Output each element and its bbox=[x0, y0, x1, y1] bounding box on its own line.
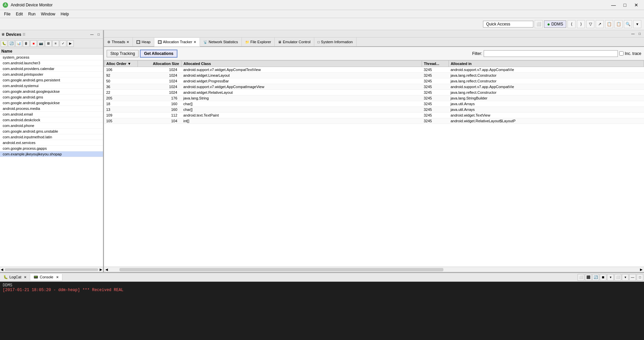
device-item[interactable]: android.ext.services bbox=[0, 140, 103, 146]
toolbar-icon-4[interactable]: ↗ bbox=[596, 20, 604, 28]
cell-allocated-in: android.support.v7.app.AppCompatVie bbox=[448, 84, 644, 90]
tab-file[interactable]: 📁File Explorer bbox=[242, 38, 275, 46]
bottom-tab-close-console[interactable]: ✕ bbox=[56, 275, 59, 279]
menu-window[interactable]: Window bbox=[38, 11, 58, 17]
device-item[interactable]: com.google.android.gms.unstable bbox=[0, 129, 103, 134]
maximize-button[interactable]: □ bbox=[620, 2, 630, 8]
tab-allocation[interactable]: 🔲Allocation Tracker✕ bbox=[154, 38, 200, 47]
bottom-tool-5[interactable]: ▾ bbox=[607, 274, 614, 281]
bottom-tool-4[interactable]: ⏹ bbox=[600, 274, 606, 281]
tab-sysinfo[interactable]: □System Information bbox=[314, 38, 357, 46]
bottom-tab-logcat[interactable]: 🐛LogCat✕ bbox=[0, 274, 30, 280]
table-horizontal-scroll[interactable]: ◀ ▶ bbox=[104, 267, 644, 272]
bottom-tool-3[interactable]: 🔄 bbox=[592, 274, 599, 281]
device-item[interactable]: com.android.launcher3 bbox=[0, 60, 103, 66]
device-item[interactable]: com.android.deskclock bbox=[0, 117, 103, 123]
title-bar-left: A Android Device Monitor bbox=[3, 2, 53, 8]
devices-maximize-btn[interactable]: □ bbox=[96, 31, 102, 38]
device-item[interactable]: com.google.android.gms.persistent bbox=[0, 77, 103, 83]
dev-tool-gc[interactable]: 🗑 bbox=[23, 40, 30, 47]
tab-close-threads[interactable]: ✕ bbox=[126, 40, 129, 44]
device-item[interactable]: com.google.android.googlequickse bbox=[0, 89, 103, 94]
get-allocations-button[interactable]: Get Allocations bbox=[140, 50, 177, 58]
table-row[interactable]: 18 160 char[] 3245 java.util.Arrays bbox=[104, 101, 644, 107]
table-row[interactable]: 205 176 java.lang.String 3245 java.lang.… bbox=[104, 95, 644, 101]
minimize-button[interactable]: — bbox=[608, 2, 619, 8]
dev-tool-stop[interactable]: ■ bbox=[30, 40, 37, 47]
device-item[interactable]: com.android.inputmethod.latin bbox=[0, 134, 103, 140]
col-header-alloc-size[interactable]: Allocation Size bbox=[138, 61, 181, 67]
bottom-tool-1[interactable]: ⬜ bbox=[578, 274, 584, 281]
col-header-allocated-in[interactable]: Allocated in bbox=[448, 61, 644, 67]
toolbar-icon-1[interactable]: ⟨ bbox=[568, 20, 576, 28]
table-row[interactable]: 109 112 android.text.TextPaint 3245 andr… bbox=[104, 113, 644, 118]
quick-access-box[interactable]: Quick Access bbox=[483, 21, 533, 27]
dev-tool-update-heap[interactable]: 📊 bbox=[15, 40, 22, 47]
col-header-thread[interactable]: Thread... bbox=[422, 61, 448, 67]
device-item[interactable]: com.android.phone bbox=[0, 123, 103, 129]
toolbar-icon-6[interactable]: 📋 bbox=[614, 20, 623, 28]
toolbar-icon-7[interactable]: 🔍 bbox=[624, 20, 632, 28]
dev-tool-more[interactable]: ▶ bbox=[67, 40, 74, 47]
tab-heap[interactable]: 🔲Heap bbox=[133, 38, 154, 46]
toolbar-new-window-icon[interactable]: ⬜ bbox=[535, 20, 543, 28]
device-item[interactable]: com.android.printspooler bbox=[0, 72, 103, 77]
device-item[interactable]: android.process.media bbox=[0, 106, 103, 112]
bottom-maximize-btn[interactable]: □ bbox=[637, 274, 643, 281]
close-button[interactable]: ✕ bbox=[631, 2, 641, 8]
dev-tool-screen[interactable]: 🖥 bbox=[45, 40, 52, 47]
col-header-allocated-class[interactable]: Allocated Class bbox=[181, 61, 422, 67]
toolbar-icon-2[interactable]: ⟩ bbox=[577, 20, 585, 28]
device-item[interactable]: com.android.providers.calendar bbox=[0, 66, 103, 72]
hscroll-right-icon[interactable]: ▶ bbox=[639, 268, 644, 271]
menu-file[interactable]: File bbox=[1, 11, 13, 17]
table-row[interactable]: 22 1024 android.widget.RelativeLayout 32… bbox=[104, 90, 644, 95]
device-item[interactable]: com.example.jikeyoujikeyou.shopap bbox=[0, 151, 103, 157]
hscroll-left-icon[interactable]: ◀ bbox=[104, 268, 109, 271]
table-row[interactable]: 92 1024 android.widget.LinearLayout 3245… bbox=[104, 73, 644, 78]
inc-trace-checkbox[interactable] bbox=[619, 51, 624, 56]
right-minimize-btn[interactable]: — bbox=[630, 31, 636, 37]
dev-tool-thread[interactable]: ≡ bbox=[52, 40, 59, 47]
tab-close-allocation[interactable]: ✕ bbox=[194, 40, 196, 44]
filter-input[interactable] bbox=[484, 50, 618, 57]
bottom-tool-6[interactable]: ⬜ bbox=[614, 274, 621, 281]
device-item[interactable]: com.google.android.gms bbox=[0, 94, 103, 100]
cell-alloc-order: 105 bbox=[104, 118, 138, 124]
device-item[interactable]: com.android.email bbox=[0, 112, 103, 117]
menu-edit[interactable]: Edit bbox=[13, 11, 25, 17]
menu-run[interactable]: Run bbox=[25, 11, 38, 17]
bottom-tab-close-logcat[interactable]: ✕ bbox=[24, 275, 26, 279]
toolbar-icon-8[interactable]: ▾ bbox=[633, 20, 641, 28]
device-item[interactable]: com.google.process.gapps bbox=[0, 146, 103, 151]
table-row[interactable]: 50 1024 android.widget.ProgressBar 3245 … bbox=[104, 78, 644, 84]
tab-threads[interactable]: ⚙Threads✕ bbox=[104, 38, 133, 46]
bottom-tab-console[interactable]: 📟Console✕ bbox=[30, 274, 62, 280]
table-row[interactable]: 105 104 int[] 3245 android.widget.Relati… bbox=[104, 118, 644, 124]
bottom-tool-7[interactable]: ▾ bbox=[622, 274, 629, 281]
tab-emulator[interactable]: 🖥Emulator Control bbox=[275, 38, 314, 46]
right-maximize-btn[interactable]: □ bbox=[637, 31, 643, 37]
dev-tool-update-threads[interactable]: 🔄 bbox=[8, 40, 15, 47]
dev-tool-debug[interactable]: 🐛 bbox=[1, 40, 7, 47]
tab-network[interactable]: 📡Network Statistics bbox=[200, 38, 241, 46]
devices-hscroll[interactable]: ◀ ▶ bbox=[0, 267, 103, 272]
table-row[interactable]: 36 1024 android.support.v7.widget.AppCom… bbox=[104, 84, 644, 90]
device-item[interactable]: com.android.systemui bbox=[0, 83, 103, 89]
toolbar-icon-3[interactable]: ▽ bbox=[586, 20, 594, 28]
devices-minimize-btn[interactable]: — bbox=[89, 31, 95, 38]
menu-help[interactable]: Help bbox=[58, 11, 72, 17]
table-row[interactable]: 13 160 char[] 3245 java.util.Arrays bbox=[104, 107, 644, 113]
toolbar-icon-5[interactable]: 📋 bbox=[605, 20, 613, 28]
ddms-button[interactable]: ● DDMS bbox=[544, 20, 566, 28]
stop-tracking-button[interactable]: Stop Tracking bbox=[107, 50, 139, 57]
table-row[interactable]: 106 1024 android.support.v7.widget.AppCo… bbox=[104, 67, 644, 73]
cell-alloc-size: 160 bbox=[138, 107, 181, 113]
bottom-minimize-btn[interactable]: — bbox=[629, 274, 636, 281]
device-item[interactable]: com.google.android.googlequickse bbox=[0, 100, 103, 106]
col-header-alloc-order[interactable]: Alloc Order ▼ bbox=[104, 61, 138, 67]
dev-tool-check[interactable]: ✓ bbox=[60, 40, 66, 47]
bottom-tool-2[interactable]: ⬛ bbox=[585, 274, 592, 281]
dev-tool-camera[interactable]: 📷 bbox=[38, 40, 44, 47]
device-item[interactable]: system_process bbox=[0, 55, 103, 60]
